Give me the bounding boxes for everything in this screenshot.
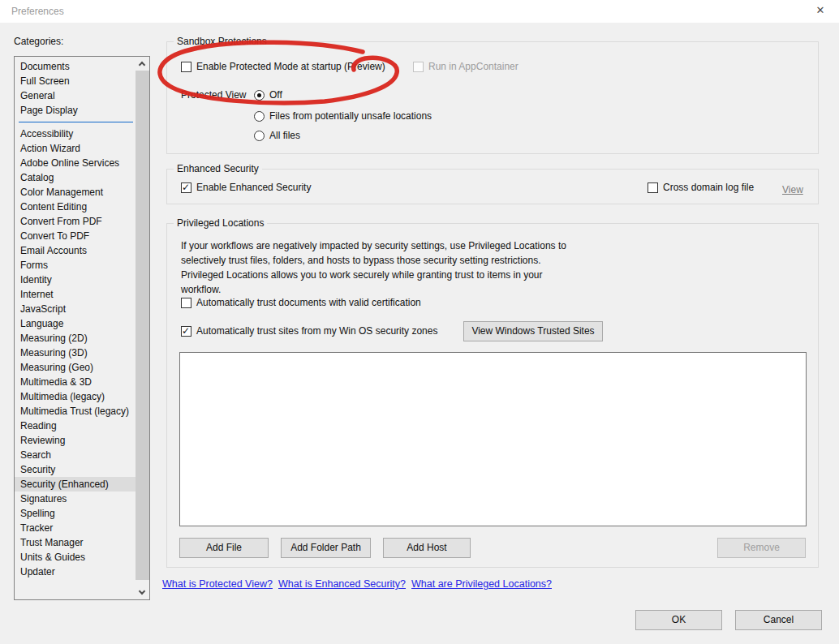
cancel-button[interactable]: Cancel bbox=[735, 610, 822, 630]
scrollbar-thumb[interactable] bbox=[136, 71, 149, 580]
sandbox-protections-title: Sandbox Protections bbox=[174, 36, 270, 47]
trust-sites-label: Automatically trust sites from my Win OS… bbox=[196, 325, 437, 337]
category-item[interactable]: Trust Manager bbox=[15, 535, 136, 550]
category-item[interactable]: Identity bbox=[15, 273, 136, 287]
remove-button: Remove bbox=[717, 538, 806, 558]
trust-sites-row[interactable]: Automatically trust sites from my Win OS… bbox=[181, 325, 437, 337]
category-item[interactable]: Accessibility bbox=[15, 127, 136, 141]
cross-domain-row[interactable]: Cross domain log file bbox=[648, 182, 754, 193]
ok-button[interactable]: OK bbox=[635, 610, 722, 630]
enable-protected-mode-checkbox[interactable] bbox=[181, 62, 191, 72]
category-item[interactable]: Security bbox=[15, 462, 136, 477]
chevron-up-icon bbox=[139, 62, 145, 68]
protected-view-off-radio-row[interactable]: Off bbox=[254, 89, 282, 101]
category-item[interactable]: Multimedia & 3D bbox=[15, 375, 136, 389]
category-separator bbox=[15, 118, 136, 127]
cross-domain-label: Cross domain log file bbox=[663, 182, 754, 193]
category-item[interactable]: Email Accounts bbox=[15, 243, 136, 258]
category-item[interactable]: Multimedia Trust (legacy) bbox=[15, 404, 136, 419]
trust-docs-row[interactable]: Automatically trust documents with valid… bbox=[181, 297, 421, 308]
close-icon[interactable]: ✕ bbox=[808, 0, 833, 23]
radio-all-files-label: All files bbox=[269, 130, 300, 141]
enable-protected-mode-label: Enable Protected Mode at startup (Previe… bbox=[196, 61, 385, 72]
privileged-description: If your workflows are negatively impacte… bbox=[181, 238, 566, 297]
sandbox-protections-group: Sandbox Protections Enable Protected Mod… bbox=[166, 41, 819, 154]
enable-protected-mode-row[interactable]: Enable Protected Mode at startup (Previe… bbox=[181, 61, 385, 72]
categories-scrollbar[interactable] bbox=[136, 57, 149, 599]
category-item[interactable]: Measuring (3D) bbox=[15, 346, 136, 360]
protected-view-unsafe-radio-row[interactable]: Files from potentially unsafe locations bbox=[254, 110, 432, 122]
categories-listbox: DocumentsFull ScreenGeneralPage DisplayA… bbox=[14, 56, 150, 600]
category-item[interactable]: Units & Guides bbox=[15, 550, 136, 565]
enable-enhanced-security-row[interactable]: Enable Enhanced Security bbox=[181, 182, 311, 193]
category-item[interactable]: Full Screen bbox=[15, 74, 136, 88]
category-item[interactable]: Page Display bbox=[15, 103, 136, 118]
trust-docs-checkbox[interactable] bbox=[181, 298, 191, 308]
category-item[interactable]: Reviewing bbox=[15, 433, 136, 448]
scrollbar-down-icon[interactable] bbox=[136, 586, 149, 599]
radio-off[interactable] bbox=[254, 90, 265, 101]
category-item[interactable]: Convert From PDF bbox=[15, 214, 136, 229]
category-item[interactable]: Measuring (Geo) bbox=[15, 360, 136, 375]
add-host-button[interactable]: Add Host bbox=[383, 538, 471, 558]
category-item[interactable]: Signatures bbox=[15, 492, 136, 506]
category-item[interactable]: General bbox=[15, 88, 136, 103]
trust-sites-checkbox[interactable] bbox=[181, 326, 191, 337]
protected-view-label: Protected View bbox=[181, 89, 247, 101]
view-log-link[interactable]: View bbox=[782, 184, 803, 195]
cross-domain-checkbox[interactable] bbox=[648, 182, 658, 193]
radio-all-files[interactable] bbox=[254, 131, 265, 141]
what-is-protected-view-link[interactable]: What is Protected View? bbox=[162, 578, 273, 590]
category-item[interactable]: Measuring (2D) bbox=[15, 331, 136, 346]
enhanced-security-title: Enhanced Security bbox=[174, 163, 262, 174]
protected-view-allfiles-radio-row[interactable]: All files bbox=[254, 130, 300, 141]
category-item[interactable]: Tracker bbox=[15, 521, 136, 535]
add-folder-path-button[interactable]: Add Folder Path bbox=[281, 538, 371, 558]
run-in-appcontainer-checkbox bbox=[413, 62, 424, 72]
run-in-appcontainer-label: Run in AppContainer bbox=[428, 61, 518, 72]
privileged-locations-group: Privileged Locations If your workflows a… bbox=[166, 223, 819, 568]
categories-label: Categories: bbox=[14, 36, 63, 47]
privileged-locations-title: Privileged Locations bbox=[174, 217, 267, 229]
chevron-down-icon bbox=[139, 588, 145, 595]
window-title: Preferences bbox=[11, 0, 64, 23]
category-item[interactable]: Spelling bbox=[15, 506, 136, 521]
category-item[interactable]: Multimedia (legacy) bbox=[15, 389, 136, 404]
what-are-privileged-locations-link[interactable]: What are Privileged Locations? bbox=[411, 578, 552, 590]
category-item[interactable]: Color Management bbox=[15, 185, 136, 200]
what-is-enhanced-security-link[interactable]: What is Enhanced Security? bbox=[278, 578, 406, 590]
enable-enhanced-security-label: Enable Enhanced Security bbox=[196, 182, 311, 193]
category-item[interactable]: Search bbox=[15, 448, 136, 462]
trust-docs-label: Automatically trust documents with valid… bbox=[196, 297, 421, 308]
category-item[interactable]: JavaScript bbox=[15, 302, 136, 316]
radio-unsafe-locations[interactable] bbox=[254, 111, 265, 122]
category-item[interactable]: Adobe Online Services bbox=[15, 156, 136, 170]
radio-off-label: Off bbox=[269, 89, 282, 101]
enable-enhanced-security-checkbox[interactable] bbox=[181, 182, 191, 193]
scrollbar-up-icon[interactable] bbox=[136, 57, 149, 71]
enhanced-security-group: Enhanced Security Enable Enhanced Securi… bbox=[166, 169, 819, 204]
category-item[interactable]: Forms bbox=[15, 258, 136, 273]
categories-items: DocumentsFull ScreenGeneralPage DisplayA… bbox=[15, 59, 136, 579]
run-in-appcontainer-row: Run in AppContainer bbox=[413, 61, 518, 72]
privileged-locations-list[interactable] bbox=[179, 352, 807, 526]
category-item[interactable]: Security (Enhanced) bbox=[15, 477, 136, 492]
category-item[interactable]: Catalog bbox=[15, 170, 136, 185]
category-item[interactable]: Reading bbox=[15, 419, 136, 433]
category-item[interactable]: Documents bbox=[15, 59, 136, 74]
category-item[interactable]: Action Wizard bbox=[15, 141, 136, 156]
category-item[interactable]: Language bbox=[15, 316, 136, 331]
category-item[interactable]: Convert To PDF bbox=[15, 229, 136, 243]
category-item[interactable]: Updater bbox=[15, 565, 136, 579]
category-item[interactable]: Content Editing bbox=[15, 200, 136, 214]
radio-unsafe-locations-label: Files from potentially unsafe locations bbox=[269, 110, 432, 122]
view-windows-trusted-sites-button[interactable]: View Windows Trusted Sites bbox=[463, 321, 603, 341]
add-file-button[interactable]: Add File bbox=[179, 538, 269, 558]
category-item[interactable]: Internet bbox=[15, 287, 136, 302]
title-bar: Preferences ✕ bbox=[0, 0, 839, 23]
